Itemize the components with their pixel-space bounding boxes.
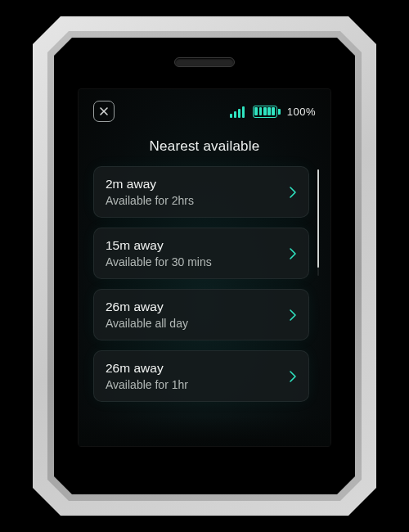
battery-icon xyxy=(253,106,281,118)
device-frame: 100% Nearest available 2m away Available… xyxy=(33,16,376,516)
device-bezel: 100% Nearest available 2m away Available… xyxy=(47,31,362,501)
list-container: 2m away Available for 2hrs 15m away Avai… xyxy=(93,166,316,446)
availability-list: 2m away Available for 2hrs 15m away Avai… xyxy=(93,166,316,402)
list-item[interactable]: 2m away Available for 2hrs xyxy=(93,166,309,218)
list-item[interactable]: 15m away Available for 30 mins xyxy=(93,228,309,279)
chevron-right-icon xyxy=(289,186,297,199)
scrollbar[interactable] xyxy=(317,169,319,276)
list-item-subtitle: Available for 1hr xyxy=(106,378,289,391)
chevron-right-icon xyxy=(289,370,297,383)
battery-percentage: 100% xyxy=(287,106,316,118)
list-item-subtitle: Available for 30 mins xyxy=(106,255,289,268)
list-item[interactable]: 26m away Available all day xyxy=(93,289,309,340)
status-bar: 100% xyxy=(93,101,316,122)
signal-icon xyxy=(230,105,245,118)
device-body: 100% Nearest available 2m away Available… xyxy=(54,38,355,494)
close-icon xyxy=(99,106,109,116)
speaker-slot xyxy=(174,57,235,67)
list-item-title: 26m away xyxy=(106,361,289,376)
list-item-subtitle: Available all day xyxy=(106,317,289,330)
close-button[interactable] xyxy=(93,101,115,122)
screen: 100% Nearest available 2m away Available… xyxy=(78,88,331,447)
chevron-right-icon xyxy=(289,309,297,322)
list-item-subtitle: Available for 2hrs xyxy=(106,194,289,207)
chevron-right-icon xyxy=(289,247,297,260)
scrollbar-thumb[interactable] xyxy=(317,169,319,268)
list-item-title: 15m away xyxy=(106,238,289,253)
list-item[interactable]: 26m away Available for 1hr xyxy=(93,350,309,402)
page-title: Nearest available xyxy=(93,138,316,155)
list-item-title: 2m away xyxy=(106,177,289,192)
list-item-title: 26m away xyxy=(106,300,289,314)
